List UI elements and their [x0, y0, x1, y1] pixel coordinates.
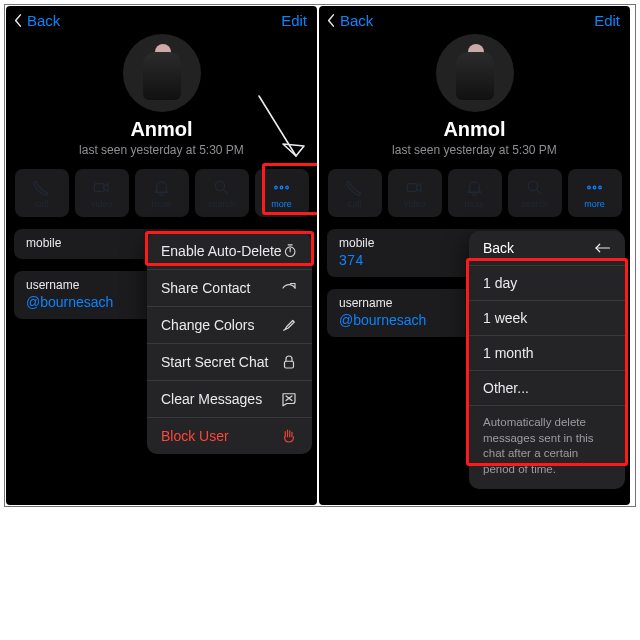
timer-icon — [282, 242, 298, 260]
option-other[interactable]: Other... — [469, 371, 625, 406]
menu-clear-messages[interactable]: Clear Messages — [147, 381, 312, 418]
video-icon — [92, 178, 111, 197]
svg-line-16 — [537, 189, 541, 193]
bell-icon — [152, 178, 171, 197]
brush-icon — [280, 316, 298, 334]
svg-point-15 — [528, 181, 538, 191]
edit-button[interactable]: Edit — [281, 12, 311, 29]
action-call[interactable]: call — [15, 169, 69, 217]
phone-icon — [345, 178, 364, 197]
action-video[interactable]: video — [388, 169, 442, 217]
action-mute[interactable]: mute — [448, 169, 502, 217]
back-label: Back — [340, 12, 373, 29]
hand-icon — [280, 427, 298, 445]
svg-rect-14 — [407, 183, 417, 191]
back-button[interactable]: Back — [325, 12, 373, 29]
phone-icon — [32, 178, 51, 197]
action-video[interactable]: video — [75, 169, 129, 217]
action-mute[interactable]: mute — [135, 169, 189, 217]
option-1-week[interactable]: 1 week — [469, 301, 625, 336]
bell-icon — [465, 178, 484, 197]
last-seen: last seen yesterday at 5:30 PM — [319, 143, 630, 157]
lock-icon — [280, 353, 298, 371]
svg-rect-9 — [285, 361, 294, 368]
svg-point-1 — [215, 181, 225, 191]
action-more[interactable]: more — [568, 169, 622, 217]
action-search[interactable]: search — [195, 169, 249, 217]
edit-button[interactable]: Edit — [594, 12, 624, 29]
option-1-month[interactable]: 1 month — [469, 336, 625, 371]
search-icon — [212, 178, 231, 197]
auto-delete-submenu: Back 1 day 1 week 1 month Other... Autom… — [469, 231, 625, 489]
menu-start-secret-chat[interactable]: Start Secret Chat — [147, 344, 312, 381]
svg-rect-0 — [94, 183, 104, 191]
option-1-day[interactable]: 1 day — [469, 266, 625, 301]
action-search[interactable]: search — [508, 169, 562, 217]
last-seen: last seen yesterday at 5:30 PM — [6, 143, 317, 157]
svg-point-19 — [599, 186, 602, 189]
more-menu: Enable Auto-Delete Share Contact Change … — [147, 233, 312, 454]
svg-point-5 — [286, 186, 289, 189]
menu-share-contact[interactable]: Share Contact — [147, 270, 312, 307]
more-icon — [585, 178, 604, 197]
share-icon — [280, 279, 298, 297]
video-icon — [405, 178, 424, 197]
menu-block-user[interactable]: Block User — [147, 418, 312, 454]
submenu-note: Automatically delete messages sent in th… — [469, 406, 625, 489]
action-call[interactable]: call — [328, 169, 382, 217]
search-icon — [525, 178, 544, 197]
svg-line-2 — [224, 189, 228, 193]
chevron-left-icon — [325, 13, 338, 28]
contact-name: Anmol — [6, 118, 317, 141]
arrow-left-icon — [593, 241, 611, 255]
svg-point-18 — [593, 186, 596, 189]
chevron-left-icon — [12, 13, 25, 28]
avatar[interactable]: AAP — [123, 34, 201, 112]
action-more[interactable]: more — [255, 169, 309, 217]
svg-point-4 — [280, 186, 283, 189]
back-label: Back — [27, 12, 60, 29]
submenu-back[interactable]: Back — [469, 231, 625, 266]
menu-enable-auto-delete[interactable]: Enable Auto-Delete — [147, 233, 312, 270]
back-button[interactable]: Back — [12, 12, 60, 29]
menu-change-colors[interactable]: Change Colors — [147, 307, 312, 344]
svg-point-17 — [588, 186, 591, 189]
svg-point-3 — [275, 186, 278, 189]
more-icon — [272, 178, 291, 197]
clear-chat-icon — [280, 390, 298, 408]
contact-name: Anmol — [319, 118, 630, 141]
avatar[interactable]: AAP — [436, 34, 514, 112]
